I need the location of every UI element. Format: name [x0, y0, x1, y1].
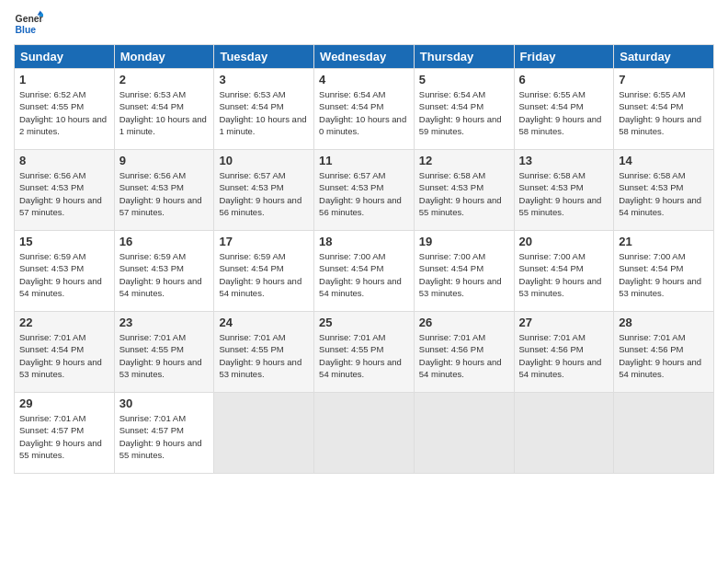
day-number: 15 — [19, 235, 109, 248]
day-info: Sunrise: 6:57 AM Sunset: 4:53 PM Dayligh… — [319, 169, 409, 218]
day-info: Sunrise: 6:53 AM Sunset: 4:54 PM Dayligh… — [219, 88, 309, 137]
day-info: Sunrise: 7:00 AM Sunset: 4:54 PM Dayligh… — [619, 250, 709, 299]
day-number: 18 — [319, 235, 409, 248]
day-info: Sunrise: 7:00 AM Sunset: 4:54 PM Dayligh… — [419, 250, 509, 299]
day-info: Sunrise: 6:53 AM Sunset: 4:54 PM Dayligh… — [119, 88, 210, 137]
day-cell: 15 Sunrise: 6:59 AM Sunset: 4:53 PM Dayl… — [15, 231, 115, 312]
day-number: 20 — [519, 235, 609, 248]
calendar-body: 1 Sunrise: 6:52 AM Sunset: 4:55 PM Dayli… — [15, 69, 714, 474]
day-cell: 30 Sunrise: 7:01 AM Sunset: 4:57 PM Dayl… — [114, 393, 214, 474]
day-info: Sunrise: 7:01 AM Sunset: 4:57 PM Dayligh… — [119, 412, 210, 461]
day-number: 9 — [119, 154, 210, 167]
weekday-friday: Friday — [514, 45, 614, 69]
day-number: 25 — [319, 316, 409, 329]
day-number: 16 — [119, 235, 210, 248]
week-row-4: 22 Sunrise: 7:01 AM Sunset: 4:54 PM Dayl… — [15, 312, 714, 393]
day-cell: 22 Sunrise: 7:01 AM Sunset: 4:54 PM Dayl… — [15, 312, 115, 393]
day-cell: 19 Sunrise: 7:00 AM Sunset: 4:54 PM Dayl… — [414, 231, 514, 312]
week-row-1: 1 Sunrise: 6:52 AM Sunset: 4:55 PM Dayli… — [15, 69, 714, 150]
day-cell: 20 Sunrise: 7:00 AM Sunset: 4:54 PM Dayl… — [514, 231, 614, 312]
day-info: Sunrise: 6:58 AM Sunset: 4:53 PM Dayligh… — [619, 169, 709, 218]
day-info: Sunrise: 7:01 AM Sunset: 4:55 PM Dayligh… — [119, 331, 210, 380]
day-info: Sunrise: 7:00 AM Sunset: 4:54 PM Dayligh… — [519, 250, 609, 299]
week-row-5: 29 Sunrise: 7:01 AM Sunset: 4:57 PM Dayl… — [15, 393, 714, 474]
day-number: 30 — [119, 396, 210, 410]
week-row-2: 8 Sunrise: 6:56 AM Sunset: 4:53 PM Dayli… — [15, 150, 714, 231]
day-info: Sunrise: 6:55 AM Sunset: 4:54 PM Dayligh… — [519, 88, 609, 137]
day-cell — [214, 393, 314, 474]
day-cell: 7 Sunrise: 6:55 AM Sunset: 4:54 PM Dayli… — [614, 69, 714, 150]
day-cell: 8 Sunrise: 6:56 AM Sunset: 4:53 PM Dayli… — [15, 150, 115, 231]
logo-icon: General Blue — [14, 9, 43, 39]
day-cell — [514, 393, 614, 474]
day-cell: 5 Sunrise: 6:54 AM Sunset: 4:54 PM Dayli… — [414, 69, 514, 150]
day-cell — [414, 393, 514, 474]
day-number: 29 — [19, 396, 109, 410]
day-info: Sunrise: 7:01 AM Sunset: 4:55 PM Dayligh… — [219, 331, 309, 380]
day-number: 4 — [319, 73, 409, 86]
day-number: 21 — [619, 235, 709, 248]
day-cell — [614, 393, 714, 474]
header: General Blue — [14, 9, 714, 39]
day-info: Sunrise: 7:01 AM Sunset: 4:57 PM Dayligh… — [19, 412, 109, 461]
day-cell: 2 Sunrise: 6:53 AM Sunset: 4:54 PM Dayli… — [114, 69, 214, 150]
weekday-saturday: Saturday — [614, 45, 714, 69]
weekday-wednesday: Wednesday — [314, 45, 415, 69]
page: General Blue SundayMondayTuesdayWednesda… — [0, 0, 728, 563]
day-info: Sunrise: 7:01 AM Sunset: 4:56 PM Dayligh… — [519, 331, 609, 380]
day-cell: 27 Sunrise: 7:01 AM Sunset: 4:56 PM Dayl… — [514, 312, 614, 393]
calendar: SundayMondayTuesdayWednesdayThursdayFrid… — [14, 44, 714, 474]
day-cell: 17 Sunrise: 6:59 AM Sunset: 4:54 PM Dayl… — [214, 231, 314, 312]
day-cell: 3 Sunrise: 6:53 AM Sunset: 4:54 PM Dayli… — [214, 69, 314, 150]
day-number: 24 — [219, 316, 309, 329]
day-number: 8 — [19, 154, 109, 167]
day-number: 1 — [19, 73, 109, 86]
day-cell: 6 Sunrise: 6:55 AM Sunset: 4:54 PM Dayli… — [514, 69, 614, 150]
day-number: 3 — [219, 73, 309, 86]
day-info: Sunrise: 7:01 AM Sunset: 4:56 PM Dayligh… — [619, 331, 709, 380]
weekday-sunday: Sunday — [15, 45, 115, 69]
day-info: Sunrise: 7:01 AM Sunset: 4:55 PM Dayligh… — [319, 331, 409, 380]
day-info: Sunrise: 7:01 AM Sunset: 4:54 PM Dayligh… — [19, 331, 109, 380]
day-cell: 14 Sunrise: 6:58 AM Sunset: 4:53 PM Dayl… — [614, 150, 714, 231]
day-number: 26 — [419, 316, 509, 329]
day-info: Sunrise: 6:58 AM Sunset: 4:53 PM Dayligh… — [519, 169, 609, 218]
day-number: 6 — [519, 73, 609, 86]
weekday-header: SundayMondayTuesdayWednesdayThursdayFrid… — [15, 45, 714, 69]
day-number: 17 — [219, 235, 309, 248]
day-number: 2 — [119, 73, 210, 86]
weekday-tuesday: Tuesday — [214, 45, 314, 69]
day-cell: 11 Sunrise: 6:57 AM Sunset: 4:53 PM Dayl… — [314, 150, 415, 231]
day-cell: 10 Sunrise: 6:57 AM Sunset: 4:53 PM Dayl… — [214, 150, 314, 231]
day-number: 13 — [519, 154, 609, 167]
day-cell: 28 Sunrise: 7:01 AM Sunset: 4:56 PM Dayl… — [614, 312, 714, 393]
logo: General Blue — [14, 9, 43, 39]
day-cell: 24 Sunrise: 7:01 AM Sunset: 4:55 PM Dayl… — [214, 312, 314, 393]
day-info: Sunrise: 6:59 AM Sunset: 4:54 PM Dayligh… — [219, 250, 309, 299]
day-cell: 4 Sunrise: 6:54 AM Sunset: 4:54 PM Dayli… — [314, 69, 415, 150]
day-info: Sunrise: 6:57 AM Sunset: 4:53 PM Dayligh… — [219, 169, 309, 218]
day-number: 5 — [419, 73, 509, 86]
day-info: Sunrise: 7:00 AM Sunset: 4:54 PM Dayligh… — [319, 250, 409, 299]
day-cell: 12 Sunrise: 6:58 AM Sunset: 4:53 PM Dayl… — [414, 150, 514, 231]
svg-text:General: General — [16, 14, 43, 24]
day-info: Sunrise: 6:54 AM Sunset: 4:54 PM Dayligh… — [419, 88, 509, 137]
day-number: 11 — [319, 154, 409, 167]
day-cell: 16 Sunrise: 6:59 AM Sunset: 4:53 PM Dayl… — [114, 231, 214, 312]
day-info: Sunrise: 6:56 AM Sunset: 4:53 PM Dayligh… — [119, 169, 210, 218]
day-info: Sunrise: 6:52 AM Sunset: 4:55 PM Dayligh… — [19, 88, 109, 137]
day-cell: 25 Sunrise: 7:01 AM Sunset: 4:55 PM Dayl… — [314, 312, 415, 393]
day-number: 7 — [619, 73, 709, 86]
day-number: 19 — [419, 235, 509, 248]
day-info: Sunrise: 7:01 AM Sunset: 4:56 PM Dayligh… — [419, 331, 509, 380]
day-info: Sunrise: 6:56 AM Sunset: 4:53 PM Dayligh… — [19, 169, 109, 218]
day-cell: 1 Sunrise: 6:52 AM Sunset: 4:55 PM Dayli… — [15, 69, 115, 150]
day-number: 14 — [619, 154, 709, 167]
weekday-thursday: Thursday — [414, 45, 514, 69]
day-number: 12 — [419, 154, 509, 167]
day-info: Sunrise: 6:59 AM Sunset: 4:53 PM Dayligh… — [19, 250, 109, 299]
day-cell: 23 Sunrise: 7:01 AM Sunset: 4:55 PM Dayl… — [114, 312, 214, 393]
day-cell — [314, 393, 415, 474]
week-row-3: 15 Sunrise: 6:59 AM Sunset: 4:53 PM Dayl… — [15, 231, 714, 312]
day-info: Sunrise: 6:55 AM Sunset: 4:54 PM Dayligh… — [619, 88, 709, 137]
